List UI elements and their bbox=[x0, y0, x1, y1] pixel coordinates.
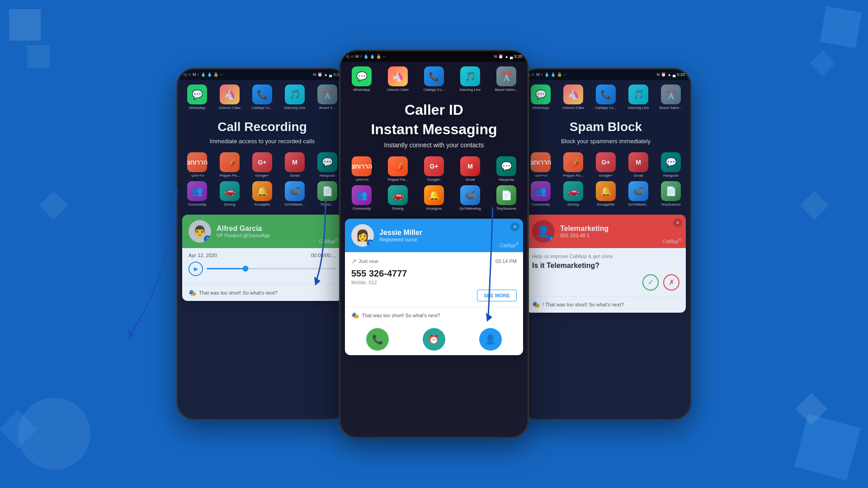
app-callapp: 📞 CallApp Co... bbox=[249, 84, 276, 110]
feature-subtitle-left: Immediate access to your recorded calls bbox=[191, 138, 333, 145]
callapp-badge-center: CallApp® bbox=[500, 242, 519, 248]
app-c-community: 👥 Community bbox=[348, 185, 375, 211]
bottom-message-right: 🎭 ! That was too short! So what's next? bbox=[526, 296, 686, 313]
edit-avatar-icon-right[interactable]: ✎ bbox=[547, 235, 555, 243]
app-r-pepper: הררוחצ הררוחצי bbox=[527, 152, 554, 178]
message-icon-right: 🎭 bbox=[532, 301, 540, 308]
edit-avatar-icon[interactable]: ✎ bbox=[204, 235, 211, 243]
app-pepper: הררוחצ הררוחצי bbox=[184, 152, 211, 178]
app-knudge: 🔔 KnudgMe bbox=[249, 181, 276, 206]
edit-avatar-icon-center[interactable]: ✎ bbox=[367, 239, 374, 247]
feature-title-center-1: Caller ID bbox=[354, 102, 514, 118]
app-r-knudge: 🔔 KnudgeMe bbox=[592, 181, 619, 206]
call-button[interactable]: 📞 bbox=[366, 328, 389, 351]
app-r-pepper2: 🌶️ Pepper Pa... bbox=[560, 152, 587, 178]
status-time-center: N⏰▲▄5:20 bbox=[494, 54, 522, 59]
spam-help-text: Help us improve CallApp & get coins bbox=[532, 253, 679, 259]
feature-overlay-right: Spam Block Block your spammers immediate… bbox=[526, 113, 686, 152]
next-step-buttons: 📞 ⏰ 👤 bbox=[345, 324, 523, 355]
recording-duration: 00:08/00:... bbox=[311, 253, 336, 258]
status-icons-right: ◁☆M↑💧💧🔒··· bbox=[527, 72, 567, 77]
caller-card-left: 👨 ✎ Alfred Garcia VP Product @SomeApp Ca… bbox=[182, 215, 342, 301]
app-row-c2: הררוחצ הררוחצי 🌶️ Pepper Pa... G+ Google… bbox=[345, 156, 523, 182]
spam-no-button[interactable]: ✗ bbox=[663, 274, 679, 291]
progress-fill bbox=[207, 268, 245, 269]
app-c-unicorn: 🦄 Unicorn Cake bbox=[384, 66, 411, 92]
progress-bar[interactable] bbox=[207, 268, 336, 269]
feature-title-right: Spam Block bbox=[535, 120, 677, 134]
call-time-label: Just now bbox=[359, 258, 378, 264]
play-button[interactable]: ▶ bbox=[189, 262, 203, 276]
see-more-button[interactable]: SEE MORE bbox=[477, 290, 517, 301]
caller-info-center: Jessie Miller Registered nurse bbox=[379, 229, 517, 242]
recording-date: Apr 12, 2020 bbox=[189, 253, 217, 258]
caller-card-center: 👩 ✎ Jessie Miller Registered nurse CallA… bbox=[345, 219, 523, 355]
recording-date-row: Apr 12, 2020 00:08/00:... bbox=[189, 253, 336, 258]
app-r-whatsapp: 💬 WhatsApp bbox=[527, 84, 554, 110]
spam-yes-button[interactable]: ✓ bbox=[642, 274, 659, 291]
app-row-1: 💬 WhatsApp 🦄 Unicorn Cake 📞 CallApp Co..… bbox=[182, 84, 342, 110]
app-community: 👥 Community bbox=[184, 181, 211, 206]
bottom-message-left: 🎭 That was too short! So what's next? bbox=[182, 284, 342, 301]
recording-player: ▶ bbox=[189, 262, 336, 276]
call-number: 555 326-4777 bbox=[351, 268, 517, 279]
callapp-badge-left: CallApp® bbox=[319, 238, 338, 244]
app-unicorn: 🦄 Unicorn Cake bbox=[216, 84, 243, 110]
phone-center: ◁☆M↑💧💧🔒··· N⏰▲▄5:20 💬 WhatsApp 🦄 Unicorn… bbox=[339, 50, 529, 438]
spam-section: Help us improve CallApp & get coins Is i… bbox=[526, 248, 686, 296]
status-icons-left: ◁☆M↑💧💧🔒··· bbox=[183, 72, 223, 77]
app-c-hangouts: 💬 Hangouts bbox=[493, 156, 520, 182]
message-icon-center: 🎭 bbox=[351, 312, 359, 319]
feature-overlay-left: Call Recording Immediate access to your … bbox=[182, 113, 342, 152]
status-time-left: N⏰▲▄5:20 bbox=[313, 72, 341, 77]
app-row-2: הררוחצ הררוחצי 🌶️ Pepper Pe... G+ Google… bbox=[182, 152, 342, 178]
caller-name-right: Telemarketing bbox=[560, 225, 679, 233]
caller-role-center: Registered nurse bbox=[379, 237, 517, 242]
app-gotomeeting: 📹 GoToMeeti... bbox=[281, 181, 308, 206]
app-beard: ✂️ Beard S... bbox=[314, 84, 341, 110]
status-bar-left: ◁☆M↑💧💧🔒··· N⏰▲▄5:20 bbox=[178, 69, 347, 80]
spam-buttons: ✓ ✗ bbox=[532, 274, 679, 291]
app-c-knudge: 🔔 Knudgme bbox=[420, 185, 448, 211]
call-type: Mobile, 012 bbox=[351, 280, 517, 285]
call-time-value: 03:14 PM bbox=[495, 258, 517, 264]
message-text-right: ! That was too short! So what's next? bbox=[542, 302, 624, 307]
app-tinyscanner: 📄 TinySc... bbox=[314, 181, 341, 206]
app-r-dancing: 🎵 Dancing Line bbox=[625, 84, 652, 110]
app-r-community: 👥 Community bbox=[527, 181, 554, 206]
alarm-button[interactable]: ⏰ bbox=[423, 328, 445, 351]
caller-name-left: Alfred Garcia bbox=[217, 225, 336, 233]
feature-subtitle-center: Instantly connect with your contacts bbox=[354, 141, 514, 149]
status-bar-center: ◁☆M↑💧💧🔒··· N⏰▲▄5:20 bbox=[340, 51, 528, 62]
caller-header-left: 👨 ✎ Alfred Garcia VP Product @SomeApp Ca… bbox=[182, 215, 342, 248]
app-row-3: 👥 Community 🚗 Driving 🔔 KnudgMe 📹 GoToMe… bbox=[182, 181, 342, 206]
phone-left: ◁☆M↑💧💧🔒··· N⏰▲▄5:20 💬 WhatsApp 🦄 Unicorn… bbox=[176, 68, 348, 420]
feature-subtitle-right: Block your spammers immediately bbox=[535, 138, 677, 145]
caller-name-center: Jessie Miller bbox=[379, 229, 517, 237]
call-time-badge: ↗ Just now bbox=[351, 258, 378, 265]
bottom-message-center: 🎭 That was too short! So what's next? bbox=[345, 307, 523, 324]
app-dancing: 🎵 Dancing Line bbox=[281, 84, 308, 110]
callapp-badge-right: CallApp® bbox=[663, 238, 681, 244]
app-grid-left: 💬 WhatsApp 🦄 Unicorn Cake 📞 CallApp Co..… bbox=[178, 80, 347, 215]
call-time-row: ↗ Just now 03:14 PM bbox=[351, 258, 517, 265]
feature-overlay-center: Caller ID Instant Messaging Instantly co… bbox=[345, 95, 523, 156]
caller-avatar-left: 👨 ✎ bbox=[189, 220, 211, 243]
close-button-center[interactable]: × bbox=[510, 222, 519, 231]
app-driving: 🚗 Driving bbox=[216, 181, 243, 206]
app-c-dancing: 🎵 Dancing Line bbox=[457, 66, 484, 92]
contact-button[interactable]: 👤 bbox=[479, 328, 502, 351]
app-grid-center: 💬 WhatsApp 🦄 Unicorn Cake 📞 CallApp Co..… bbox=[340, 62, 528, 219]
message-text-left: That was too short! So what's next? bbox=[199, 290, 278, 296]
progress-dot bbox=[242, 266, 248, 272]
caller-header-right: 👤 ✎ Telemarketing 555 333-48 1 CallApp® … bbox=[526, 215, 686, 248]
call-details-center: ↗ Just now 03:14 PM 555 326-4777 Mobile,… bbox=[345, 252, 523, 307]
close-button-right[interactable]: × bbox=[673, 218, 682, 227]
app-whatsapp: 💬 WhatsApp bbox=[184, 84, 211, 110]
app-r-callapp: 📞 CallApp Co... bbox=[592, 84, 619, 110]
app-r-tinyscanner: 📄 TinyScanner bbox=[657, 181, 684, 206]
caller-info-left: Alfred Garcia VP Product @SomeApp bbox=[217, 225, 336, 238]
app-row-r3: 👥 Community 🚗 Driving 🔔 KnudgeMe 📹 GoToM… bbox=[526, 181, 686, 206]
feature-title-left: Call Recording bbox=[191, 120, 333, 134]
app-c-gotomeeting: 📹 GoToMeeting bbox=[457, 185, 484, 211]
